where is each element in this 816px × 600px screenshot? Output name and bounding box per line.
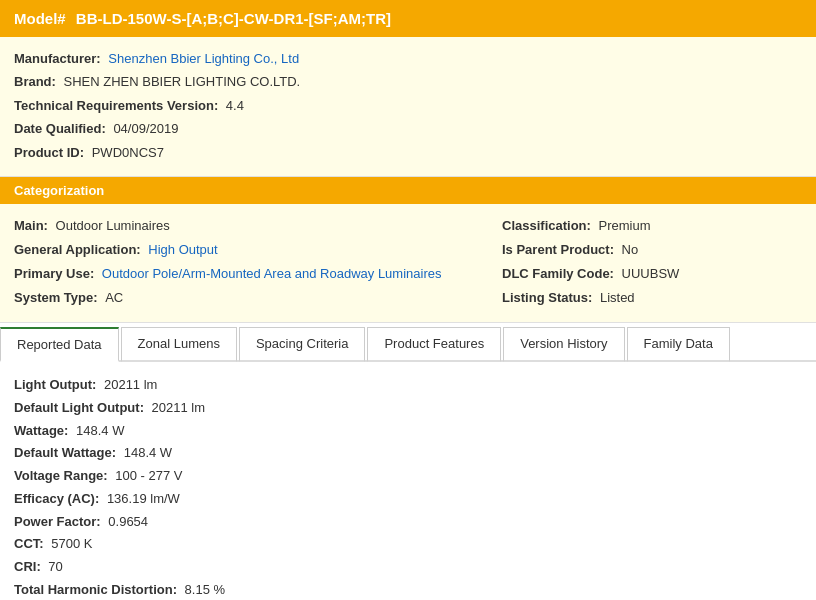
is-parent-value: No (622, 242, 639, 257)
thd-label: Total Harmonic Distortion: (14, 582, 177, 597)
default-wattage-value: 148.4 W (124, 445, 172, 460)
is-parent-row: Is Parent Product: No (502, 238, 802, 262)
primary-use-label: Primary Use: (14, 266, 94, 281)
thd-row: Total Harmonic Distortion: 8.15 % (14, 579, 802, 600)
general-app-label: General Application: (14, 242, 141, 257)
primary-use-value: Outdoor Pole/Arm-Mounted Area and Roadwa… (102, 266, 442, 281)
power-factor-label: Power Factor: (14, 514, 101, 529)
product-id-value: PWD0NCS7 (92, 145, 164, 160)
voltage-range-value: 100 - 277 V (115, 468, 182, 483)
light-output-value: 20211 lm (104, 377, 157, 392)
classification-label: Classification: (502, 218, 591, 233)
classification-row: Classification: Premium (502, 214, 802, 238)
cat-right: Classification: Premium Is Parent Produc… (502, 214, 802, 310)
listing-status-row: Listing Status: Listed (502, 286, 802, 310)
default-light-output-label: Default Light Output: (14, 400, 144, 415)
brand-row: Brand: SHEN ZHEN BBIER LIGHTING CO.LTD. (14, 70, 802, 93)
light-output-row: Light Output: 20211 lm (14, 374, 802, 397)
dlc-family-label: DLC Family Code: (502, 266, 614, 281)
reported-data-section: Light Output: 20211 lm Default Light Out… (0, 362, 816, 600)
thd-value: 8.15 % (185, 582, 225, 597)
cri-label: CRI: (14, 559, 41, 574)
listing-status-value: Listed (600, 290, 635, 305)
wattage-row: Wattage: 148.4 W (14, 420, 802, 443)
tab-family-data[interactable]: Family Data (627, 327, 730, 362)
main-label: Main: (14, 218, 48, 233)
cct-label: CCT: (14, 536, 44, 551)
product-id-label: Product ID: (14, 145, 84, 160)
main-value: Outdoor Luminaires (56, 218, 170, 233)
power-factor-value: 0.9654 (108, 514, 148, 529)
wattage-label: Wattage: (14, 423, 68, 438)
power-factor-row: Power Factor: 0.9654 (14, 511, 802, 534)
general-app-value: High Output (148, 242, 217, 257)
cri-value: 70 (48, 559, 62, 574)
brand-value: SHEN ZHEN BBIER LIGHTING CO.LTD. (64, 74, 301, 89)
dlc-family-value: UUUBSW (622, 266, 680, 281)
date-qualified-label: Date Qualified: (14, 121, 106, 136)
tab-zonal-lumens[interactable]: Zonal Lumens (121, 327, 237, 362)
categorization-header: Categorization (0, 177, 816, 204)
default-wattage-label: Default Wattage: (14, 445, 116, 460)
model-label: Model# (14, 10, 66, 27)
info-section: Manufacturer: Shenzhen Bbier Lighting Co… (0, 37, 816, 177)
tab-reported-data[interactable]: Reported Data (0, 327, 119, 362)
cat-left: Main: Outdoor Luminaires General Applica… (14, 214, 502, 310)
tech-req-label: Technical Requirements Version: (14, 98, 218, 113)
cri-row: CRI: 70 (14, 556, 802, 579)
voltage-range-label: Voltage Range: (14, 468, 108, 483)
manufacturer-label: Manufacturer: (14, 51, 101, 66)
tech-req-row: Technical Requirements Version: 4.4 (14, 94, 802, 117)
primary-use-row: Primary Use: Outdoor Pole/Arm-Mounted Ar… (14, 262, 502, 286)
default-wattage-row: Default Wattage: 148.4 W (14, 442, 802, 465)
general-app-row: General Application: High Output (14, 238, 502, 262)
efficacy-value: 136.19 lm/W (107, 491, 180, 506)
system-type-label: System Type: (14, 290, 98, 305)
default-light-output-row: Default Light Output: 20211 lm (14, 397, 802, 420)
model-header: Model# BB-LD-150W-S-[A;B;C]-CW-DR1-[SF;A… (0, 0, 816, 37)
main-row: Main: Outdoor Luminaires (14, 214, 502, 238)
light-output-label: Light Output: (14, 377, 96, 392)
default-light-output-value: 20211 lm (152, 400, 205, 415)
dlc-family-row: DLC Family Code: UUUBSW (502, 262, 802, 286)
wattage-value: 148.4 W (76, 423, 124, 438)
product-id-row: Product ID: PWD0NCS7 (14, 141, 802, 164)
system-type-value: AC (105, 290, 123, 305)
is-parent-label: Is Parent Product: (502, 242, 614, 257)
brand-label: Brand: (14, 74, 56, 89)
categorization-section: Main: Outdoor Luminaires General Applica… (0, 204, 816, 323)
tech-req-value: 4.4 (226, 98, 244, 113)
manufacturer-value: Shenzhen Bbier Lighting Co., Ltd (108, 51, 299, 66)
tab-product-features[interactable]: Product Features (367, 327, 501, 362)
manufacturer-row: Manufacturer: Shenzhen Bbier Lighting Co… (14, 47, 802, 70)
cct-row: CCT: 5700 K (14, 533, 802, 556)
tab-spacing-criteria[interactable]: Spacing Criteria (239, 327, 366, 362)
efficacy-label: Efficacy (AC): (14, 491, 99, 506)
model-value: BB-LD-150W-S-[A;B;C]-CW-DR1-[SF;AM;TR] (76, 10, 391, 27)
classification-value: Premium (598, 218, 650, 233)
tab-version-history[interactable]: Version History (503, 327, 624, 362)
date-qualified-row: Date Qualified: 04/09/2019 (14, 117, 802, 140)
system-type-row: System Type: AC (14, 286, 502, 310)
tabs-container: Reported Data Zonal Lumens Spacing Crite… (0, 325, 816, 362)
voltage-range-row: Voltage Range: 100 - 277 V (14, 465, 802, 488)
cct-value: 5700 K (51, 536, 92, 551)
date-qualified-value: 04/09/2019 (113, 121, 178, 136)
listing-status-label: Listing Status: (502, 290, 592, 305)
efficacy-row: Efficacy (AC): 136.19 lm/W (14, 488, 802, 511)
